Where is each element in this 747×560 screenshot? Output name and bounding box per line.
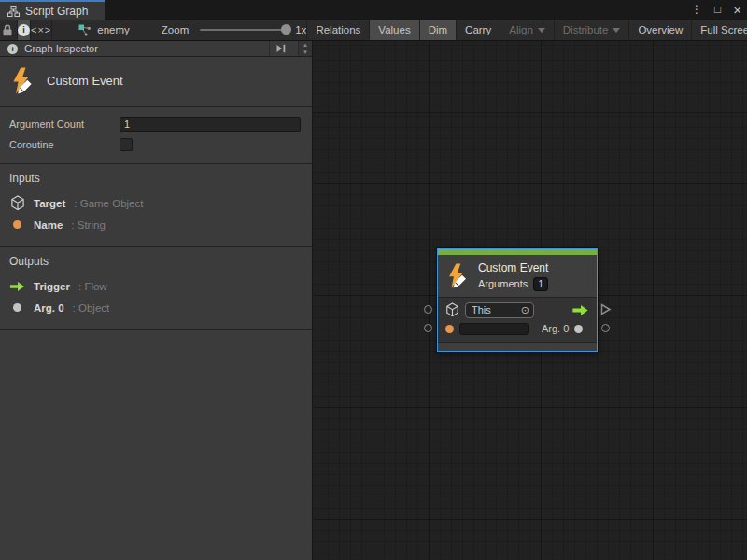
dropdown-arrow-icon: [538, 28, 545, 33]
port-row-name: Name : String: [9, 214, 303, 235]
toolbar-button-align[interactable]: Align: [500, 20, 554, 40]
tab-title: Script Graph: [25, 5, 88, 18]
flow-arrow-icon: [9, 281, 25, 292]
node-footer: [438, 342, 597, 351]
unit-header: Custom Event: [0, 57, 312, 107]
unit-title: Custom Event: [47, 74, 123, 88]
string-port-icon: [445, 325, 454, 333]
port-row-trigger: Trigger : Flow: [9, 275, 303, 297]
info-icon: i: [7, 44, 18, 54]
graph-canvas[interactable]: Custom Event Arguments 1 This ⊙: [313, 41, 747, 560]
graph-inspector-panel: i Graph Inspector ▲ ▼ Custom Event: [0, 41, 313, 560]
toolbar-button-dim[interactable]: Dim: [419, 20, 456, 40]
zoom-label: Zoom: [162, 24, 189, 35]
arguments-label: Arguments: [478, 278, 528, 289]
toolbar-button-carry[interactable]: Carry: [456, 20, 500, 40]
toolbar-buttons: Relations Values Dim Carry Align Distrib…: [306, 20, 747, 40]
target-object-field[interactable]: This ⊙: [465, 302, 534, 318]
argument-count-input[interactable]: [120, 117, 301, 132]
breadcrumb[interactable]: enemy: [78, 20, 130, 40]
toolbar-button-values[interactable]: Values: [369, 20, 418, 40]
tab-script-graph[interactable]: Script Graph: [0, 0, 105, 20]
window-menu-icon[interactable]: ⋮: [691, 0, 702, 20]
zoom-control: Zoom 1x: [162, 20, 307, 40]
outputs-title: Outputs: [9, 255, 303, 268]
toolbar-button-distribute[interactable]: Distribute: [554, 20, 629, 40]
panel-title: Graph Inspector: [24, 43, 262, 54]
close-icon[interactable]: ×: [733, 0, 741, 20]
maximize-icon[interactable]: □: [714, 0, 721, 20]
node-header[interactable]: Custom Event Arguments 1: [438, 255, 597, 297]
lock-button[interactable]: [2, 20, 13, 40]
object-port-icon: [574, 325, 583, 333]
dropdown-arrow-icon: [613, 28, 620, 33]
name-value-input[interactable]: [459, 323, 529, 335]
coroutine-checkbox[interactable]: [120, 138, 133, 151]
object-picker-icon[interactable]: ⊙: [521, 305, 529, 315]
node-output-port-trigger[interactable]: [599, 303, 612, 315]
arguments-count-field[interactable]: 1: [533, 277, 548, 291]
inspector-empty-area: [0, 330, 312, 560]
zoom-value: 1x: [295, 24, 306, 35]
scroll-down-icon: ▼: [303, 49, 308, 56]
code-view-icon: <×>: [31, 24, 51, 35]
inputs-section: Inputs Target : Game Object Name : Strin…: [0, 164, 312, 247]
toolbar-button-relations[interactable]: Relations: [306, 20, 369, 40]
window-tab-bar: Script Graph ⋮ □ ×: [0, 0, 747, 20]
port-row-arg0: Arg. 0 : Object: [9, 297, 303, 318]
scrollbar-steppers[interactable]: ▲ ▼: [298, 41, 312, 56]
graph-inspector-toggle-button[interactable]: i: [17, 20, 31, 40]
variables-toggle-button[interactable]: <×>: [31, 20, 52, 40]
outputs-section: Outputs Trigger : Flow Arg. 0 : Object: [0, 247, 312, 330]
string-port-icon: [13, 220, 21, 229]
argument-count-label: Argument Count: [9, 119, 120, 130]
toolbar-button-fullscreen[interactable]: Full Screen: [691, 20, 747, 40]
script-graph-icon: [7, 6, 20, 17]
zoom-slider-handle[interactable]: [281, 24, 291, 35]
game-object-cube-icon: [9, 195, 25, 211]
node-input-port-target[interactable]: [424, 305, 432, 314]
info-icon: i: [18, 24, 30, 36]
game-object-cube-icon: [445, 302, 459, 317]
graph-inspector-header: i Graph Inspector ▲ ▼: [0, 41, 312, 57]
port-row-target: Target : Game Object: [9, 192, 303, 214]
breadcrumb-label: enemy: [97, 24, 130, 35]
dock-panel-button[interactable]: [269, 41, 291, 56]
scroll-up-icon: ▲: [303, 42, 308, 49]
object-port-icon: [13, 303, 21, 312]
unit-settings: Argument Count Coroutine: [0, 107, 312, 164]
custom-event-icon: [9, 66, 35, 95]
custom-event-node[interactable]: Custom Event Arguments 1 This ⊙: [437, 248, 598, 352]
arg0-label: Arg. 0: [542, 323, 569, 334]
node-body: This ⊙ Arg. 0: [438, 297, 597, 342]
graph-asset-icon: [78, 24, 92, 36]
toolbar-button-overview[interactable]: Overview: [628, 20, 691, 40]
node-title: Custom Event: [478, 261, 548, 274]
lock-icon: [2, 24, 13, 36]
coroutine-label: Coroutine: [9, 139, 120, 150]
node-output-port-arg0[interactable]: [601, 324, 610, 332]
graph-toolbar: i <×> enemy Zoom 1x Relations Values Dim…: [0, 20, 747, 41]
inputs-title: Inputs: [9, 172, 303, 185]
zoom-slider[interactable]: [200, 29, 286, 31]
custom-event-icon: [445, 262, 470, 289]
node-input-port-name[interactable]: [424, 324, 432, 332]
dock-right-icon: [275, 44, 287, 53]
trigger-flow-arrow-icon: [571, 304, 589, 316]
